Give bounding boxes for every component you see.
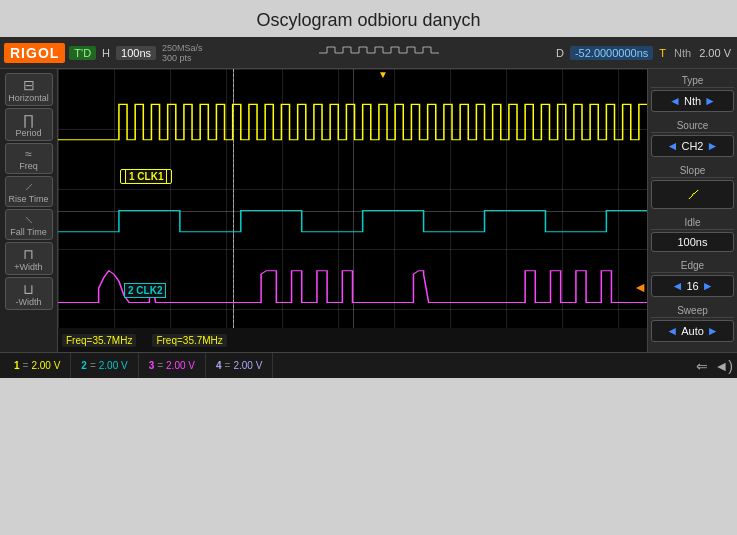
ch1-status[interactable]: 1 = 2.00 V [4,353,71,378]
rp-edge-section: Edge ◄ 16 ► [651,258,734,299]
sample-rate: 250MSa/s300 pts [160,43,205,63]
ch4-num: 4 [216,360,222,371]
right-panel: Type ◄ Nth ► Source ◄ CH2 ► Slope ⟋ [647,69,737,352]
slope-label: Slope [651,163,734,178]
freq1: Freq=35.7MHz [62,334,136,347]
source-label: Source [651,118,734,133]
delay-label: D [554,47,566,59]
time-value[interactable]: 100ns [116,46,156,60]
sweep-left-arrow[interactable]: ◄ [666,324,678,338]
ch1-label: 1 CLK1 [120,169,172,184]
ch4-sep: = [225,360,231,371]
ch2-sep: = [90,360,96,371]
ch4-volt: 2.00 V [233,360,262,371]
type-right-arrow[interactable]: ► [704,94,716,108]
freq-bar: Freq=35.7MHz Freq=35.7MHz [58,328,647,352]
sweep-right-arrow[interactable]: ► [707,324,719,338]
bottom-right: ⇐ ◄) [696,358,733,374]
page-title: Oscylogram odbioru danych [0,0,737,37]
source-left-arrow[interactable]: ◄ [667,139,679,153]
sweep-text: Auto [681,325,704,337]
grid-center-v [353,69,354,328]
ch1-sep: = [23,360,29,371]
top-bar: RIGOL T'D H 100ns 250MSa/s300 pts D -52.… [0,37,737,69]
edge-left-arrow[interactable]: ◄ [671,279,683,293]
ch3-volt: 2.00 V [166,360,195,371]
ch2-status[interactable]: 2 = 2.00 V [71,353,138,378]
rp-source-section: Source ◄ CH2 ► [651,118,734,159]
ch1-num: 1 [14,360,20,371]
rp-slope-section: Slope ⟋ [651,163,734,211]
sidebar-item-minus-width[interactable]: ⊔ -Width [5,277,53,310]
left-sidebar: ⊟ Horizontal ∏ Period ≈ Freq ⟋ Rise Time… [0,69,58,352]
trigger-nth: Nth [672,47,693,59]
rp-idle-section: Idle 100ns [651,215,734,254]
sidebar-item-plus-width[interactable]: ⊓ +Width [5,242,53,275]
sidebar-item-horizontal[interactable]: ⊟ Horizontal [5,73,53,106]
sound-icon: ◄) [714,358,733,374]
mode-badge: T'D [69,46,96,60]
type-label: Type [651,73,734,88]
ch2-volt: 2.00 V [99,360,128,371]
ch3-status[interactable]: 3 = 2.00 V [139,353,206,378]
idle-label: Idle [651,215,734,230]
trigger-volt: 2.00 V [697,47,733,59]
grid-center-h [58,211,647,212]
ch1-volt: 2.00 V [31,360,60,371]
rp-sweep-section: Sweep ◄ Auto ► [651,303,734,344]
source-value[interactable]: ◄ CH2 ► [651,135,734,157]
osc-screen: ▼ ◄ 1 CLK1 2 CLK2 o DATA [58,69,647,352]
rp-type-section: Type ◄ Nth ► [651,73,734,114]
trigger-label: T [657,47,668,59]
idle-text: 100ns [678,236,708,248]
sidebar-item-fall-time[interactable]: ⟍ Fall Time [5,209,53,240]
edge-right-arrow[interactable]: ► [702,279,714,293]
freq2: Freq=35.7MHz [152,334,226,347]
slope-icon: ⟋ [684,184,702,205]
time-label: H [100,47,112,59]
ch3-sep: = [157,360,163,371]
trigger-top-marker: ▼ [378,69,388,80]
oscilloscope-container: RIGOL T'D H 100ns 250MSa/s300 pts D -52.… [0,37,737,378]
cursor-vertical [233,69,234,328]
type-text: Nth [684,95,701,107]
type-left-arrow[interactable]: ◄ [669,94,681,108]
waveform-indicator [209,43,550,63]
edge-value[interactable]: ◄ 16 ► [651,275,734,297]
trigger-right-marker: ◄ [633,279,647,295]
sidebar-item-rise-time[interactable]: ⟋ Rise Time [5,176,53,207]
rigol-logo: RIGOL [4,43,65,63]
sidebar-item-period[interactable]: ∏ Period [5,108,53,141]
ch2-label: 2 CLK2 [120,284,170,297]
source-right-arrow[interactable]: ► [707,139,719,153]
sidebar-item-freq[interactable]: ≈ Freq [5,143,53,174]
edge-text: 16 [686,280,698,292]
slope-value[interactable]: ⟋ [651,180,734,209]
edge-label: Edge [651,258,734,273]
bottom-bar: 1 = 2.00 V 2 = 2.00 V 3 = 2.00 V 4 = 2.0… [0,352,737,378]
source-text: CH2 [681,140,703,152]
sweep-label: Sweep [651,303,734,318]
ch4-status[interactable]: 4 = 2.00 V [206,353,273,378]
delay-value[interactable]: -52.0000000ns [570,46,653,60]
ch3-num: 3 [149,360,155,371]
type-value[interactable]: ◄ Nth ► [651,90,734,112]
ch2-num: 2 [81,360,87,371]
idle-value[interactable]: 100ns [651,232,734,252]
sweep-value[interactable]: ◄ Auto ► [651,320,734,342]
main-area: ⊟ Horizontal ∏ Period ≈ Freq ⟋ Rise Time… [0,69,737,352]
usb-icon: ⇐ [696,358,708,374]
